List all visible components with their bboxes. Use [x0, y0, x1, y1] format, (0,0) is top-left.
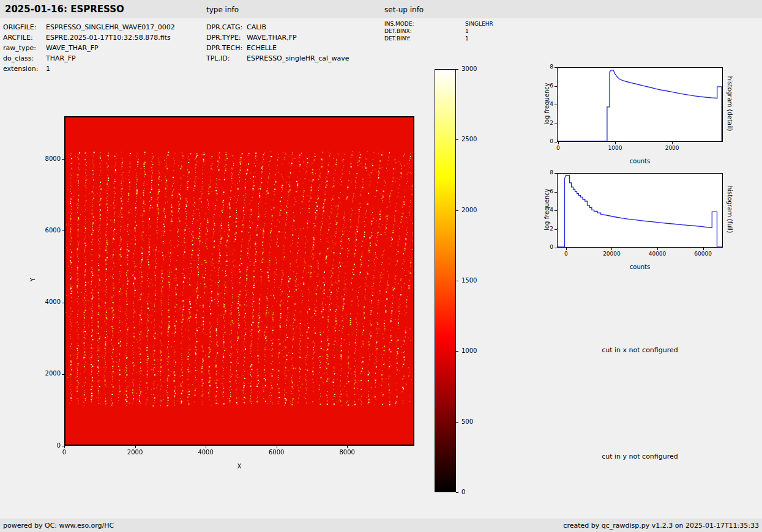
file-info-block: ORIGFILE: ESPRESSO_SINGLEHR_WAVE017_0002… [3, 22, 175, 74]
colorbar-tick-label: 1000 [461, 347, 488, 354]
y-tick-mark [555, 142, 557, 142]
histogram-detail-x-axis-label: counts [557, 158, 723, 164]
x-tick-label: 0 [49, 449, 80, 456]
x-tick-mark [558, 142, 559, 144]
x-tick-mark [611, 248, 612, 250]
x-tick-label: 2000 [120, 449, 151, 456]
qc-report-page: 2025-01-16: ESPRESSO type info set-up in… [0, 0, 762, 532]
y-tick-mark [555, 192, 557, 193]
y-tick-mark [62, 374, 64, 375]
colorbar [435, 69, 456, 492]
field-value: ECHELLE [247, 43, 277, 53]
cut-in-y-message: cut in y not configured [557, 453, 723, 460]
colorbar-tick-label: 2000 [461, 207, 488, 213]
type-info-row: DPR.TYPE: WAVE,THAR,FP [206, 32, 349, 43]
x-tick-mark [672, 142, 673, 144]
field-label: DPR.TYPE: [206, 32, 247, 43]
field-label: raw_type: [3, 43, 46, 53]
y-tick-label: 8 [526, 64, 553, 70]
colorbar-tick-label: 1500 [461, 277, 488, 284]
x-tick-mark [347, 446, 348, 448]
file-info-row: ARCFILE: ESPRE.2025-01-17T10:32:58.878.f… [3, 32, 175, 43]
field-label: DET.BINY: [384, 35, 465, 42]
y-tick-mark [555, 67, 557, 68]
y-tick-label: 6000 [34, 227, 61, 234]
x-tick-label: 2000 [657, 145, 687, 151]
y-tick-mark [62, 446, 64, 446]
type-info-row: DPR.CATG: CALIB [206, 22, 349, 32]
y-tick-mark [555, 173, 557, 174]
y-tick-label: 4000 [34, 298, 61, 305]
y-tick-label: 6 [526, 188, 553, 194]
detector-image-canvas [65, 117, 413, 445]
histogram-detail-plot [557, 67, 723, 142]
histogram-line [558, 174, 722, 247]
file-info-row: do_class: THAR_FP [3, 53, 175, 64]
x-tick-label: 0 [543, 145, 573, 151]
colorbar-tick-label: 500 [461, 418, 488, 425]
colorbar-tick-mark [456, 210, 458, 211]
colorbar-tick-mark [456, 139, 458, 140]
setup-info-heading: set-up info [384, 6, 424, 14]
x-tick-label: 40000 [642, 251, 673, 257]
y-tick-mark [62, 231, 64, 231]
field-value: SINGLEHR [465, 20, 493, 28]
histogram-detail-title: histogram (detail) [727, 70, 733, 138]
file-info-row: extension: 1 [3, 64, 175, 74]
y-tick-label: 4 [526, 207, 553, 213]
setup-info-row: DET.BINX: 1 [384, 28, 493, 35]
x-tick-mark [657, 248, 658, 250]
field-value: 1 [465, 28, 469, 35]
x-tick-mark [277, 446, 277, 448]
x-tick-mark [566, 248, 567, 250]
field-label: do_class: [3, 53, 46, 64]
y-tick-label: 0 [34, 442, 61, 449]
field-label: INS.MODE: [384, 20, 465, 28]
field-value: CALIB [247, 22, 266, 32]
colorbar-tick-label: 2500 [461, 136, 488, 142]
y-tick-mark [555, 210, 557, 211]
footer-right-text: created by qc_rawdisp.py v1.2.3 on 2025-… [563, 522, 759, 530]
setup-info-block: INS.MODE: SINGLEHR DET.BINX: 1 DET.BINY:… [384, 20, 493, 42]
colorbar-tick-label: 3000 [461, 65, 488, 72]
field-value: ESPRE.2025-01-17T10:32:58.878.fits [46, 32, 171, 43]
header-bar: 2025-01-16: ESPRESSO type info set-up in… [0, 0, 762, 18]
setup-info-row: DET.BINY: 1 [384, 35, 493, 42]
field-value: WAVE,THAR,FP [247, 32, 297, 43]
field-value: ESPRESSO_singleHR_cal_wave [247, 53, 349, 64]
field-value: WAVE_THAR_FP [46, 43, 99, 53]
x-tick-label: 6000 [261, 449, 292, 456]
field-label: ARCFILE: [3, 32, 46, 43]
field-label: TPL.ID: [206, 53, 247, 64]
type-info-block: DPR.CATG: CALIB DPR.TYPE: WAVE,THAR,FP D… [206, 22, 349, 64]
y-tick-label: 2 [526, 226, 553, 232]
type-info-heading: type info [206, 6, 239, 14]
field-value: 1 [46, 64, 50, 74]
cut-in-x-message: cut in x not configured [557, 346, 723, 354]
y-tick-mark [555, 124, 557, 124]
setup-info-row: INS.MODE: SINGLEHR [384, 20, 493, 28]
colorbar-tick-mark [456, 69, 458, 70]
y-tick-mark [555, 105, 557, 105]
y-tick-mark [555, 248, 557, 248]
file-info-row: ORIGFILE: ESPRESSO_SINGLEHR_WAVE017_0002 [3, 22, 175, 32]
x-tick-label: 20000 [596, 251, 627, 257]
histogram-line [558, 68, 722, 141]
file-info-row: raw_type: WAVE_THAR_FP [3, 43, 175, 53]
y-tick-label: 0 [526, 138, 553, 144]
y-tick-label: 0 [526, 244, 553, 250]
x-tick-label: 4000 [190, 449, 221, 456]
x-tick-mark [703, 248, 704, 250]
y-tick-label: 2 [526, 120, 553, 126]
x-tick-mark [615, 142, 616, 144]
detector-image-plot [64, 116, 414, 446]
colorbar-tick-mark [456, 351, 458, 352]
colorbar-tick-mark [456, 422, 458, 423]
y-tick-mark [555, 229, 557, 230]
field-value: 1 [465, 35, 469, 42]
field-label: extension: [3, 64, 46, 74]
type-info-row: TPL.ID: ESPRESSO_singleHR_cal_wave [206, 53, 349, 64]
colorbar-tick-mark [456, 492, 458, 493]
x-tick-label: 60000 [688, 251, 719, 257]
x-tick-label: 8000 [332, 449, 362, 456]
